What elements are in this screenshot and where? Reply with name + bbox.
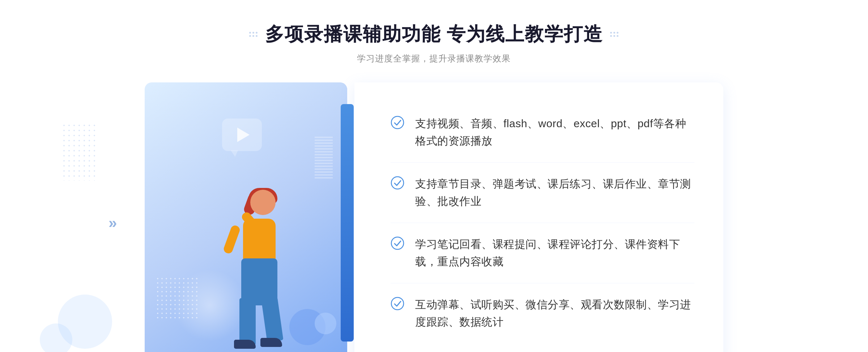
accent-bar [341, 104, 354, 342]
play-bubble [222, 119, 262, 151]
svg-point-2 [391, 237, 404, 249]
feature-item-3: 学习笔记回看、课程提问、课程评论打分、课件资料下载，重点内容收藏 [391, 223, 694, 283]
feature-text-4: 互动弹幕、试听购买、微信分享、观看次数限制、学习进度跟踪、数据统计 [415, 296, 694, 331]
content-area: » [145, 82, 723, 352]
main-title: 多项录播课辅助功能 专为线上教学打造 [265, 22, 603, 47]
title-row: 多项录播课辅助功能 专为线上教学打造 [249, 22, 619, 47]
feature-item-1: 支持视频、音频、flash、word、excel、ppt、pdf等各种格式的资源… [391, 102, 694, 163]
title-decoration-right [610, 32, 619, 37]
sub-title: 学习进度全掌握，提升录播课教学效果 [249, 53, 619, 64]
check-icon-3 [391, 236, 404, 250]
svg-point-1 [391, 177, 404, 189]
char-shoe-right [260, 338, 282, 347]
page-container: 多项录播课辅助功能 专为线上教学打造 学习进度全掌握，提升录播课教学效果 [0, 0, 868, 352]
illustration-panel: » [145, 82, 347, 352]
feature-text-1: 支持视频、音频、flash、word、excel、ppt、pdf等各种格式的资源… [415, 115, 694, 150]
char-leg-left [239, 298, 256, 345]
dots-decoration-left [61, 123, 98, 181]
char-head [250, 190, 276, 215]
character-illustration [218, 183, 312, 352]
svg-point-0 [391, 116, 404, 129]
char-arm-left [222, 224, 241, 255]
svg-point-3 [391, 297, 404, 310]
feature-text-3: 学习笔记回看、课程提问、课程评论打分、课件资料下载，重点内容收藏 [415, 236, 694, 270]
feature-item-4: 互动弹幕、试听购买、微信分享、观看次数限制、学习进度跟踪、数据统计 [391, 283, 694, 343]
feature-item-2: 支持章节目录、弹题考试、课后练习、课后作业、章节测验、批改作业 [391, 163, 694, 223]
illus-circle-light [315, 313, 336, 334]
left-chevron-icon: » [109, 214, 117, 232]
play-triangle-icon [237, 128, 250, 142]
header-section: 多项录播课辅助功能 专为线上教学打造 学习进度全掌握，提升录播课教学效果 [249, 22, 619, 64]
title-decoration-left [249, 32, 258, 37]
check-icon-1 [391, 116, 404, 129]
char-leg-right [261, 297, 283, 342]
char-shoe-left [234, 340, 256, 349]
features-panel: 支持视频、音频、flash、word、excel、ppt、pdf等各种格式的资源… [354, 82, 723, 352]
check-icon-2 [391, 176, 404, 190]
feature-text-2: 支持章节目录、弹题考试、课后练习、课后作业、章节测验、批改作业 [415, 175, 694, 210]
check-icon-4 [391, 297, 404, 310]
illus-stripes [315, 137, 333, 180]
